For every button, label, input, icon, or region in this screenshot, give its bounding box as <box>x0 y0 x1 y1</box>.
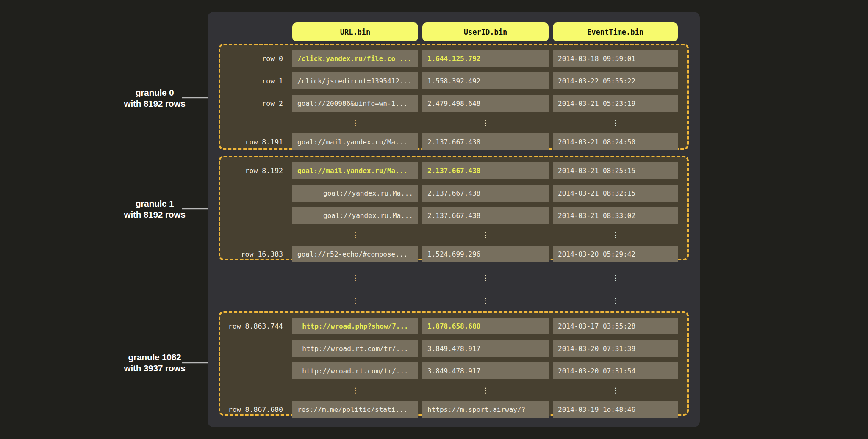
row-index-label: row 8.867.680 <box>220 401 283 418</box>
vertical-ellipsis-icon: ⋮ <box>607 229 624 240</box>
cell-value: goal://mail.yandex.ru/Ma... <box>292 162 418 179</box>
row-index-label: row 8.191 <box>220 133 283 150</box>
cell-value: goal://mail.yandex.ru/Ma... <box>292 133 418 150</box>
vertical-ellipsis-icon: ⋮ <box>477 229 494 240</box>
table-row: row 1/click/jsredircnt=1395412...1.558.3… <box>220 72 687 89</box>
table-row: row 8.863.744http://wroad.php?show/7...1… <box>220 318 687 334</box>
between-granules-gap: ⋮⋮⋮⋮⋮⋮ <box>208 260 700 311</box>
vertical-ellipsis-icon: ⋮ <box>607 385 624 395</box>
row-index-label <box>220 340 283 357</box>
cell-value: 2.137.667.438 <box>422 185 549 202</box>
row-index-label <box>220 362 283 379</box>
table-row: row 8.192goal://mail.yandex.ru/Ma...2.13… <box>220 162 687 179</box>
cell-value: https://m.sport.airway/? <box>422 401 549 418</box>
cell-value: 3.849.478.917 <box>422 340 549 357</box>
vertical-ellipsis-icon: ⋮ <box>477 385 494 395</box>
cell-value: 2.137.667.438 <box>422 207 549 224</box>
vertical-ellipsis-icon: ⋮ <box>477 117 494 128</box>
vertical-ellipsis-icon: ⋮ <box>347 229 364 240</box>
cell-value: 1.644.125.792 <box>422 50 549 67</box>
vertical-ellipsis-icon: ⋮ <box>347 295 364 306</box>
vertical-ellipsis-icon: ⋮ <box>477 295 494 306</box>
cell-value: 2014-03-21 08:25:15 <box>553 162 678 179</box>
cell-value: 2014-03-21 08:32:15 <box>553 185 678 202</box>
cell-value: 2014-03-21 08:24:50 <box>553 133 678 150</box>
granule-ellipsis-row: ⋮⋮⋮ <box>220 229 687 240</box>
column-header-label: URL.bin <box>340 28 371 36</box>
cell-value: /click.yandex.ru/file.co ... <box>292 50 418 67</box>
table-row: goal://yandex.ru.Ma...2.137.667.4382014-… <box>220 207 687 224</box>
cell-value: goal://yandex.ru.Ma... <box>292 207 418 224</box>
vertical-ellipsis-icon: ⋮ <box>607 117 624 128</box>
cell-value: 2014-03-22 05:55:22 <box>553 72 678 89</box>
cell-value: 2014-03-21 08:33:02 <box>553 207 678 224</box>
table-row: row 0/click.yandex.ru/file.co ...1.644.1… <box>220 50 687 67</box>
granule-box-1: row 8.192goal://mail.yandex.ru/Ma...2.13… <box>219 156 689 260</box>
cell-value: 2014-03-18 09:59:01 <box>553 50 678 67</box>
row-index-label <box>220 207 283 224</box>
row-index-label: row 8.192 <box>220 162 283 179</box>
cell-value: 2014-03-20 05:29:42 <box>553 246 678 262</box>
granule-ellipsis-row: ⋮⋮⋮ <box>220 117 687 128</box>
cell-value: 2.137.667.438 <box>422 162 549 179</box>
vertical-ellipsis-icon: ⋮ <box>477 272 494 283</box>
column-header-label: EventTime.bin <box>587 28 643 36</box>
vertical-ellipsis-icon: ⋮ <box>607 295 624 306</box>
cell-value: 2014-03-20 07:31:39 <box>553 340 678 357</box>
table-row: http://wroad.rt.com/tr/...3.849.478.9172… <box>220 362 687 379</box>
cell-value: 2014-03-19 1o:48:46 <box>553 401 678 418</box>
cell-value: 2.137.667.438 <box>422 133 549 150</box>
cell-value: 2014-03-17 03:55:28 <box>553 318 678 334</box>
column-files-panel: URL.binUserID.binEventTime.binrow 0/clic… <box>208 12 700 427</box>
table-row: row 16.383goal://r52-echo/#compose...1.5… <box>220 246 687 262</box>
cell-value: http://wroad.rt.com/tr/... <box>292 340 418 357</box>
table-row: http://wroad.rt.com/tr/...3.849.478.9172… <box>220 340 687 357</box>
column-header-userid-bin: UserID.bin <box>422 22 549 41</box>
row-index-label: row 8.863.744 <box>220 318 283 334</box>
column-header-label: UserID.bin <box>464 28 507 36</box>
cell-value: res://m.me/politic/stati... <box>292 401 418 418</box>
cell-value: 2014-03-20 07:31:54 <box>553 362 678 379</box>
granule-box-0: row 0/click.yandex.ru/file.co ...1.644.1… <box>219 44 689 150</box>
column-header-eventtime-bin: EventTime.bin <box>553 22 678 41</box>
row-index-label: row 1 <box>220 72 283 89</box>
cell-value: 1.558.392.492 <box>422 72 549 89</box>
vertical-ellipsis-icon: ⋮ <box>347 385 364 395</box>
cell-value: goal://200986&uinfo=wn-1... <box>292 95 418 112</box>
row-index-label: row 16.383 <box>220 246 283 262</box>
vertical-ellipsis-icon: ⋮ <box>347 117 364 128</box>
granule-ellipsis-row: ⋮⋮⋮ <box>220 385 687 395</box>
row-index-label <box>220 185 283 202</box>
vertical-ellipsis-icon: ⋮ <box>607 272 624 283</box>
row-index-label: row 0 <box>220 50 283 67</box>
row-index-label: row 2 <box>220 95 283 112</box>
table-row: row 8.191goal://mail.yandex.ru/Ma...2.13… <box>220 133 687 150</box>
cell-value: http://wroad.php?show/7... <box>292 318 418 334</box>
vertical-ellipsis-icon: ⋮ <box>347 272 364 283</box>
cell-value: goal://yandex.ru.Ma... <box>292 185 418 202</box>
cell-value: 2014-03-21 05:23:19 <box>553 95 678 112</box>
table-row: row 2goal://200986&uinfo=wn-1...2.479.49… <box>220 95 687 112</box>
cell-value: 3.849.478.917 <box>422 362 549 379</box>
cell-value: 2.479.498.648 <box>422 95 549 112</box>
table-row: row 8.867.680res://m.me/politic/stati...… <box>220 401 687 418</box>
column-header-url-bin: URL.bin <box>292 22 418 41</box>
cell-value: 1.878.658.680 <box>422 318 549 334</box>
cell-value: goal://r52-echo/#compose... <box>292 246 418 262</box>
cell-value: 1.524.699.296 <box>422 246 549 262</box>
granules-diagram: granule 0with 8192 rowsgranule 1with 819… <box>0 0 868 439</box>
table-row: goal://yandex.ru.Ma...2.137.667.4382014-… <box>220 185 687 202</box>
cell-value: http://wroad.rt.com/tr/... <box>292 362 418 379</box>
granule-box-2: row 8.863.744http://wroad.php?show/7...1… <box>219 311 689 416</box>
cell-value: /click/jsredircnt=1395412... <box>292 72 418 89</box>
